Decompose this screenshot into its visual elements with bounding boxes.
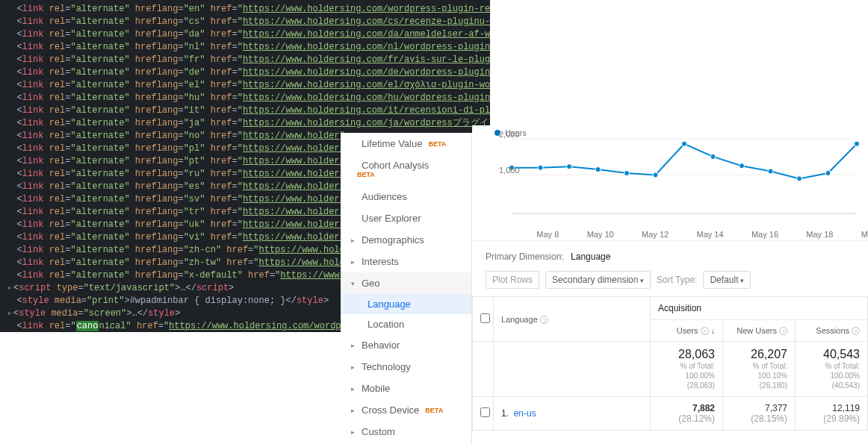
sessions-column-header[interactable]: Sessions? [796,320,868,342]
analytics-report: Users 2,0001,000 … May 8May 10May 12May … [472,125,868,444]
nav-label: Technology [362,361,411,372]
svg-point-15 [855,141,860,146]
svg-point-14 [825,171,831,176]
beta-badge: BETA [425,407,443,414]
new-users-column-header[interactable]: New Users? [723,320,796,342]
svg-point-5 [567,164,572,169]
svg-point-6 [595,167,601,172]
table-row[interactable]: 1. en-us 7,882 (28.12%) 7,377 (28.15%) 1… [473,397,868,431]
table-controls: Plot Rows Secondary dimension Sort Type:… [472,266,868,296]
chevron-right-icon: ▸ [351,237,357,244]
nav-cohort[interactable]: Cohort Analysis [341,154,471,171]
nav-label: Audiences [362,191,407,202]
svg-point-13 [797,176,802,181]
row-index: 1. [501,408,509,419]
nav-label: Custom [362,426,395,437]
nav-label: Lifetime Value [362,138,422,149]
nav-lifetime-value[interactable]: Lifetime ValueBETA [341,133,471,154]
checkbox-column-header [473,297,494,342]
sort-type-label: Sort Type: [657,275,697,285]
y-axis-labels: 2,0001,000 [499,130,520,201]
help-icon[interactable]: ? [701,327,709,335]
nav-mobile[interactable]: ▸Mobile [341,378,471,399]
nav-cross-device[interactable]: ▸Cross DeviceBETA [341,399,471,421]
chevron-right-icon: ▸ [351,407,357,414]
chevron-right-icon: ▸ [351,342,357,349]
help-icon[interactable]: ? [779,327,787,335]
language-data-table: Language? Acquisition Users?↓ New Users?… [472,296,868,431]
nav-behavior[interactable]: ▸Behavior [341,334,471,356]
beta-badge: BETA [428,140,446,148]
chevron-right-icon: ▸ [351,385,357,393]
chevron-right-icon: ▸ [351,258,357,266]
chevron-down-icon: ▾ [351,280,357,287]
svg-point-8 [653,172,658,178]
users-line-chart [472,125,868,230]
nav-label: User Explorer [362,213,421,224]
acquisition-group-header: Acquisition [651,297,868,320]
nav-technology[interactable]: ▸Technology [341,356,471,378]
svg-point-10 [710,154,716,159]
language-column-header[interactable]: Language? [494,297,651,342]
nav-audiences[interactable]: Audiences [341,186,471,207]
nav-geo[interactable]: ▾Geo [341,272,471,294]
language-link[interactable]: en-us [514,408,536,419]
nav-custom[interactable]: ▸Custom [341,421,471,443]
secondary-dimension-dropdown[interactable]: Secondary dimension [545,271,651,289]
nav-geo-language[interactable]: Language [341,294,471,314]
nav-label: Language [368,298,411,310]
svg-point-4 [538,165,543,170]
users-column-header[interactable]: Users?↓ [651,320,723,342]
chevron-right-icon: ▸ [351,363,357,371]
chart-area: Users 2,0001,000 … May 8May 10May 12May … [472,125,868,241]
x-axis-labels: … May 8May 10May 12May 14May 16May 18M [500,230,868,239]
plot-rows-button: Plot Rows [486,271,539,289]
sort-desc-icon: ↓ [711,326,716,335]
primary-dimension-label: Primary Dimension: [486,251,564,262]
nav-demographics[interactable]: ▸Demographics [341,229,471,251]
help-icon[interactable]: ? [540,316,548,324]
nav-label: Behavior [362,340,400,351]
help-icon[interactable]: ? [852,327,860,335]
row-checkbox[interactable] [480,407,490,417]
svg-point-11 [740,163,745,169]
nav-label: Demographics [362,234,424,246]
svg-point-12 [768,169,773,174]
svg-point-9 [682,141,687,146]
beta-badge: BETA [357,171,375,178]
nav-label: Interests [362,256,399,267]
select-all-checkbox[interactable] [480,313,490,323]
totals-row: 28,063% of Total:100.00%(28,063) 26,207%… [473,342,868,397]
primary-dimension-bar: Primary Dimension: Language [472,241,868,266]
sort-type-dropdown[interactable]: Default [703,271,751,289]
nav-geo-location[interactable]: Location [341,314,471,334]
nav-label: Cross Device [362,404,419,416]
nav-user-explorer[interactable]: User Explorer [341,207,471,229]
svg-point-7 [624,171,630,176]
analytics-sidebar: Lifetime ValueBETA Cohort Analysis BETA … [341,133,472,444]
nav-label: Mobile [362,383,390,394]
nav-label: Location [368,319,404,330]
nav-label: Cohort Analysis [362,160,429,171]
nav-label: Geo [362,278,380,289]
nav-interests[interactable]: ▸Interests [341,251,471,272]
primary-dimension-value[interactable]: Language [571,251,610,262]
chevron-right-icon: ▸ [351,428,357,436]
